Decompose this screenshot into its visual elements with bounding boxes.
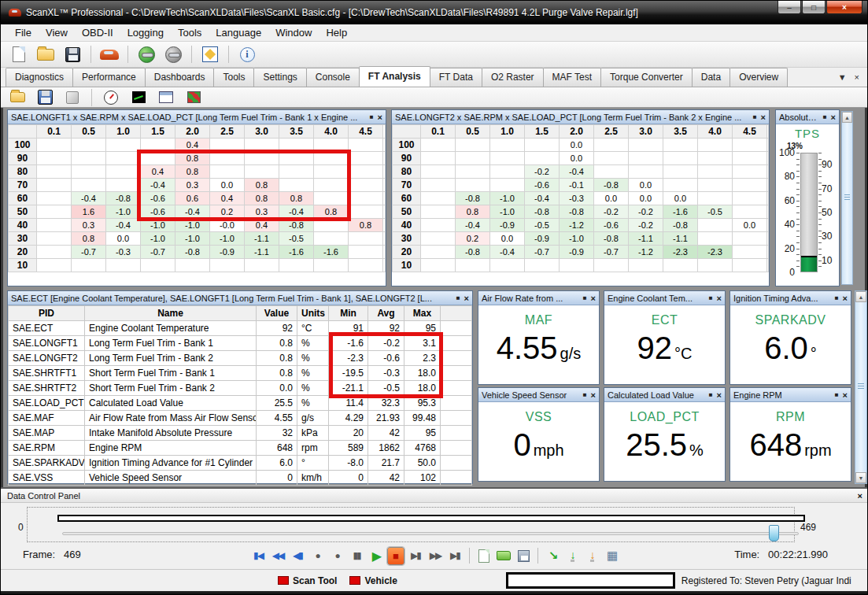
tab-console[interactable]: Console	[306, 68, 360, 87]
layout-button[interactable]	[200, 44, 220, 65]
column-header-pid[interactable]: PID	[9, 306, 85, 321]
panel-maximize-icon[interactable]: ■	[456, 294, 460, 301]
open-view-button[interactable]	[7, 87, 28, 108]
open-file-button[interactable]	[35, 44, 56, 65]
tab-diagnostics[interactable]: Diagnostics	[6, 68, 73, 87]
add-table-button[interactable]	[156, 87, 176, 108]
panel-close-icon[interactable]: ×	[843, 390, 848, 400]
step-back-button[interactable]: ◀▮	[289, 547, 306, 565]
pid-row[interactable]: SAE.SPARKADVIgnition Timing Advance for …	[9, 456, 472, 471]
export-data-button[interactable]: ↓	[563, 547, 581, 565]
panel-maximize-icon[interactable]: ■	[835, 391, 839, 398]
column-header-units[interactable]: Units	[297, 306, 329, 321]
scroll-up-icon[interactable]: ▲	[842, 112, 852, 123]
pid-row[interactable]: SAE.MAFAir Flow Rate from Mass Air Flow …	[9, 411, 472, 426]
fast-forward-button[interactable]: ▶▶	[427, 547, 444, 565]
column-header-min[interactable]: Min	[329, 306, 368, 321]
step-forward-button[interactable]: ▶▮	[407, 547, 424, 565]
menu-window[interactable]: Window	[269, 25, 318, 40]
info-button[interactable]: i	[237, 44, 257, 65]
column-header-value[interactable]: Value	[257, 306, 297, 321]
panel-close-icon[interactable]: ×	[591, 390, 596, 400]
panel-close-icon[interactable]: ×	[717, 390, 722, 400]
menu-file[interactable]: File	[9, 25, 38, 40]
tab-maf-test[interactable]: MAF Test	[543, 68, 601, 87]
add-data-button[interactable]: ↘	[544, 547, 561, 565]
panel-close-icon[interactable]: ×	[761, 113, 766, 122]
play-button[interactable]: ▶	[368, 547, 385, 565]
log-new-button[interactable]	[475, 547, 493, 565]
maximize-button[interactable]: □	[802, 1, 826, 14]
save-view-button[interactable]	[35, 87, 55, 108]
menu-help[interactable]: Help	[319, 25, 353, 40]
tab-ft-analysis[interactable]: FT Analysis	[359, 66, 430, 87]
panel-maximize-icon[interactable]: ■	[753, 113, 757, 120]
add-graph-button[interactable]	[128, 87, 149, 108]
connect-button[interactable]	[136, 44, 157, 65]
log-save-button[interactable]	[515, 547, 532, 565]
slider-thumb[interactable]	[769, 525, 779, 541]
menu-logging[interactable]: Logging	[121, 25, 170, 40]
pid-row[interactable]: SAE.ECTEngine Coolant Temperature92°C919…	[9, 321, 472, 336]
record-scan-tool-button[interactable]: ●	[308, 547, 326, 565]
panel-close-icon[interactable]: ×	[843, 294, 848, 303]
menu-language[interactable]: Language	[209, 25, 268, 40]
tab-tools[interactable]: Tools	[213, 68, 254, 87]
slider-track[interactable]	[62, 532, 799, 535]
copy-view-button[interactable]	[62, 87, 83, 108]
pause-button[interactable]: ▮▮	[348, 547, 365, 565]
pid-row[interactable]: SAE.VSSVehicle Speed Sensor0km/h042102	[9, 471, 472, 486]
panel-maximize-icon[interactable]: ■	[709, 294, 713, 301]
scroll-down-icon[interactable]: ▼	[855, 472, 866, 483]
panel-close-icon[interactable]: ×	[378, 113, 382, 122]
panel-maximize-icon[interactable]: ■	[583, 294, 587, 301]
menu-tools[interactable]: Tools	[172, 25, 208, 40]
stop-button[interactable]: ■	[387, 547, 404, 565]
panel-maximize-icon[interactable]: ■	[823, 113, 827, 120]
column-header-max[interactable]: Max	[404, 306, 441, 321]
column-header-name[interactable]: Name	[85, 306, 257, 321]
rewind-button[interactable]: ◀◀	[269, 547, 286, 565]
disconnect-button[interactable]	[163, 44, 183, 65]
panel-close-icon[interactable]: ×	[717, 294, 722, 303]
panel-close-icon[interactable]: ×	[858, 491, 862, 501]
minimize-button[interactable]: –	[778, 1, 801, 14]
tab-settings[interactable]: Settings	[253, 68, 306, 87]
panel-maximize-icon[interactable]: ■	[835, 294, 839, 301]
vehicle-button[interactable]	[99, 44, 120, 65]
scrollbar-grip[interactable]	[858, 383, 864, 390]
tab-data[interactable]: Data	[692, 68, 730, 87]
scroll-up-icon[interactable]: ▲	[855, 291, 866, 302]
top-area-scrollbar[interactable]: ▲	[841, 111, 853, 285]
panel-maximize-icon[interactable]: ■	[370, 113, 374, 120]
panel-close-icon[interactable]: ×	[591, 294, 596, 303]
tab-ft-data[interactable]: FT Data	[430, 68, 482, 87]
panel-close-icon[interactable]: ×	[831, 113, 836, 122]
panel-maximize-icon[interactable]: ■	[583, 391, 587, 398]
pid-row[interactable]: SAE.LONGFT1Long Term Fuel Trim - Bank 10…	[9, 336, 472, 351]
download-data-button[interactable]: ↓	[583, 547, 600, 565]
new-file-button[interactable]	[9, 44, 29, 65]
skip-start-button[interactable]: ▮◀	[249, 547, 267, 565]
add-gauge-button[interactable]	[101, 87, 121, 108]
record-vehicle-button[interactable]: ●	[328, 547, 345, 565]
save-file-button[interactable]	[62, 44, 83, 65]
menu-obd-ii[interactable]: OBD-II	[76, 25, 120, 40]
tab-performance[interactable]: Performance	[72, 68, 146, 87]
grid-view-button[interactable]: ▦	[603, 547, 620, 565]
tab-overflow-icon[interactable]: ▼	[838, 72, 847, 82]
log-open-button[interactable]	[495, 547, 512, 565]
pid-row[interactable]: SAE.MAPIntake Manifold Absolute Pressure…	[9, 426, 472, 441]
pid-row[interactable]: SAE.RPMEngine RPM648rpm58918624768	[9, 441, 472, 456]
scrollbar-grip[interactable]	[844, 194, 850, 201]
pid-row[interactable]: SAE.LONGFT2Long Term Fuel Trim - Bank 20…	[9, 351, 472, 366]
frame-slider[interactable]	[27, 507, 795, 542]
pid-row[interactable]: SAE.LOAD_PCTCalculated Load Value25.5%11…	[9, 396, 472, 411]
tab-dashboards[interactable]: Dashboards	[145, 68, 215, 87]
add-heatmap-button[interactable]	[183, 87, 204, 108]
pid-row[interactable]: SAE.SHRTFT2Short Term Fuel Trim - Bank 2…	[9, 381, 472, 396]
tab-o2-raster[interactable]: O2 Raster	[482, 68, 544, 87]
pid-row[interactable]: SAE.SHRTFT1Short Term Fuel Trim - Bank 1…	[9, 366, 472, 381]
tab-close-icon[interactable]: ×	[855, 72, 859, 82]
skip-end-button[interactable]: ▶▮	[446, 547, 464, 565]
